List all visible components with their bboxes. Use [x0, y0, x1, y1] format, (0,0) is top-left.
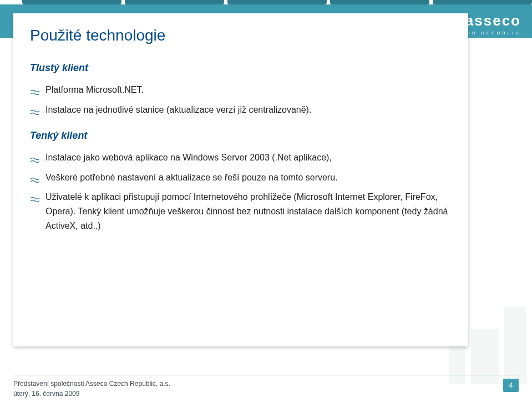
- footer-company: Představení společnosti Asseco Czech Rep…: [13, 379, 170, 389]
- list-item: Instalace jako webová aplikace na Window…: [30, 150, 452, 165]
- list-item-text: Uživatelé k aplikaci přistupují pomocí I…: [45, 192, 448, 230]
- footer-divider: [13, 375, 519, 375]
- bullet-list-thick-client: Platforma Microsoft.NET. Instalace na je…: [30, 83, 452, 117]
- bullet-icon: [30, 193, 40, 200]
- bullet-icon: [30, 106, 40, 113]
- slide-title: Použité technologie: [30, 27, 452, 44]
- footer-date: úterý, 16. června 2009: [13, 389, 170, 399]
- list-item: Veškeré potřebné nastavení a aktualizace…: [30, 170, 452, 185]
- page-number: 4: [503, 379, 519, 392]
- list-item: Instalace na jednotlivé stanice (aktuali…: [30, 103, 452, 117]
- bullet-list-thin-client: Instalace jako webová aplikace na Window…: [30, 150, 452, 233]
- slide-card: Použité technologie Tlustý klient Platfo…: [13, 13, 468, 346]
- bullet-icon: [30, 174, 40, 180]
- list-item-text: Instalace na jednotlivé stanice (aktuali…: [45, 105, 311, 114]
- section-heading-thin-client: Tenký klient: [30, 130, 452, 142]
- list-item-text: Veškeré potřebné nastavení a aktualizace…: [45, 173, 338, 182]
- bullet-icon: [30, 86, 40, 93]
- list-item: Platforma Microsoft.NET.: [30, 83, 452, 97]
- list-item: Uživatelé k aplikaci přistupují pomocí I…: [30, 190, 452, 233]
- list-item-text: Platforma Microsoft.NET.: [45, 85, 144, 94]
- slide-footer: Představení společnosti Asseco Czech Rep…: [0, 370, 532, 412]
- list-item-text: Instalace jako webová aplikace na Window…: [45, 153, 332, 162]
- section-heading-thick-client: Tlustý klient: [30, 62, 452, 74]
- bullet-icon: [30, 154, 40, 160]
